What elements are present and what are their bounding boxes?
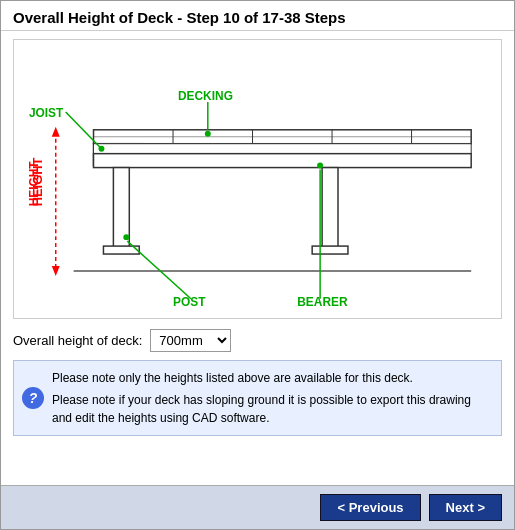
svg-rect-0 [14,42,501,315]
svg-point-27 [123,234,129,240]
svg-text:BEARER: BEARER [297,295,348,309]
info-line2: Please note if your deck has sloping gro… [52,391,491,427]
next-button[interactable]: Next > [429,494,502,521]
svg-point-21 [98,146,104,152]
info-text: Please note only the heights listed abov… [52,369,491,427]
main-window: Overall Height of Deck - Step 10 of 17-3… [0,0,515,530]
svg-point-30 [317,163,323,169]
diagram-container: HEIGHT [13,39,502,319]
form-row: Overall height of deck: 700mm 600mm 800m… [13,329,502,352]
svg-text:HEIGHT: HEIGHT [27,161,41,207]
svg-text:JOIST: JOIST [29,106,64,120]
content-area: HEIGHT [1,31,514,485]
info-icon: ? [22,387,44,409]
svg-rect-17 [312,246,348,254]
svg-rect-13 [94,154,472,168]
page-title: Overall Height of Deck - Step 10 of 17-3… [13,9,502,26]
svg-rect-12 [94,144,472,154]
svg-point-24 [205,131,211,137]
title-bar: Overall Height of Deck - Step 10 of 17-3… [1,1,514,31]
info-box: ? Please note only the heights listed ab… [13,360,502,436]
info-line1: Please note only the heights listed abov… [52,369,491,387]
footer: < Previous Next > [1,485,514,529]
svg-text:DECKING: DECKING [178,89,233,103]
svg-rect-16 [322,168,338,248]
height-dropdown[interactable]: 700mm 600mm 800mm 900mm 1000mm 1200mm [150,329,231,352]
previous-button[interactable]: < Previous [320,494,420,521]
overall-height-label: Overall height of deck: [13,333,142,348]
